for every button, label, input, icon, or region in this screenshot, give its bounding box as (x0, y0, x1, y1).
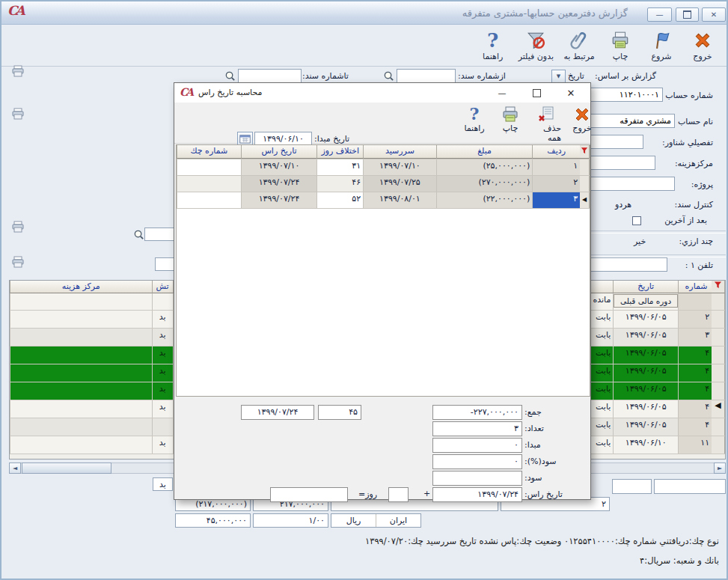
close-icon: ✕ (567, 88, 575, 99)
dialog-maximize-button[interactable] (527, 86, 546, 100)
minimize-icon: — (656, 10, 664, 19)
report-by-dropdown[interactable]: ▼ (551, 70, 566, 83)
maximize-icon (533, 89, 541, 97)
col-due-date[interactable]: سررسید (363, 145, 436, 159)
scroll-right-icon: ► (718, 465, 722, 471)
scroll-right-button[interactable]: ► (714, 463, 726, 474)
scroll-left-button[interactable]: ◄ (9, 463, 21, 474)
col-ras-date[interactable]: تاریخ راس (241, 145, 317, 159)
start-button[interactable]: شروع (642, 26, 681, 63)
no-filter-button[interactable]: بدون فیلتر (515, 26, 557, 63)
ras-table-row[interactable]: ۱۳۹۹/۰۷/۱۰ ۳۱ ۱۳۹۹/۰۷/۱۰ (۲۵,۰۰۰,۰۰۰) ۱ (177, 159, 590, 176)
row-selector[interactable] (580, 176, 590, 192)
pin-icon[interactable] (10, 221, 25, 233)
rate-box: ۱/۰۰ (253, 513, 328, 528)
calendar-icon (239, 134, 251, 144)
col-cost-center[interactable]: مرکز هزینه (10, 281, 152, 293)
row-selector[interactable] (580, 159, 590, 175)
chevron-down-icon: ▼ (557, 73, 560, 79)
project-label: پروژه: (691, 180, 713, 189)
col-date[interactable]: تاریخ (613, 281, 678, 293)
dialog-exit-button[interactable]: خروج (565, 103, 599, 144)
col-tash[interactable]: تش (152, 281, 173, 293)
dialog-print-button[interactable]: چاپ (493, 103, 527, 144)
search-icon[interactable] (133, 229, 144, 242)
from-doc-input[interactable] (397, 69, 456, 83)
ras-date-summary-box: ۱۳۹۹/۰۷/۲۴ (241, 405, 314, 420)
floating-detail-label: تفصیلي شناور: (662, 138, 713, 147)
col-cheque-no[interactable]: شماره چك (177, 145, 241, 159)
interest-box (432, 471, 522, 486)
delete-all-label: حذف همه (531, 123, 561, 143)
close-icon: ✕ (711, 10, 717, 19)
days-input-box[interactable] (388, 487, 409, 502)
amount2-box: ۴۵,۰۰۰,۰۰۰ (175, 513, 251, 528)
doc-control-value: هردو (615, 200, 631, 210)
help-button[interactable]: ? راهنما (474, 26, 513, 63)
origin-value-box[interactable]: ۰ (432, 438, 522, 453)
pin-icon[interactable] (10, 108, 25, 120)
record-arrow-icon[interactable]: ◀ (580, 192, 590, 208)
print-button[interactable]: چاپ (601, 26, 640, 63)
row-selector[interactable] (712, 347, 725, 364)
related-button[interactable]: مرتبط به (560, 26, 599, 63)
record-arrow-icon[interactable]: ◀ (712, 400, 725, 418)
tash-total-box: بد (153, 477, 173, 491)
close-button[interactable]: ✕ (702, 7, 726, 22)
report-by-label: گزارش بر اساس: (595, 71, 656, 81)
minimize-icon: — (498, 88, 507, 98)
totals-box-empty (612, 479, 652, 494)
dialog-toolbar: خروج حذف همه چاپ ? راهنما (174, 103, 590, 144)
origin-label: مبدا: (524, 440, 541, 450)
print-label: چاپ (613, 52, 628, 61)
window-title: گزارش دفترمعین حسابها-مشتری متفرقه (462, 7, 628, 19)
pin-icon[interactable] (10, 65, 25, 77)
ras-header-row: شماره چك تاریخ راس اختلاف روز سررسید مبل… (177, 145, 590, 159)
help-label: راهنما (483, 52, 503, 61)
scrollbar-thumb[interactable] (22, 463, 111, 474)
delete-all-button[interactable]: حذف همه (529, 103, 563, 144)
prev-period-button[interactable]: دوره مالی قبلی (614, 294, 678, 308)
dialog-help-button[interactable]: ? راهنما (457, 103, 492, 144)
dialog-exit-label: خروج (572, 123, 591, 133)
row-selector[interactable] (712, 364, 725, 382)
ras-table: شماره چك تاریخ راس اختلاف روز سررسید مبل… (176, 144, 590, 397)
days-eq-label: روز= (358, 489, 377, 499)
col-row-no[interactable]: ردیف (532, 145, 580, 159)
filter-funnel-icon[interactable] (712, 281, 725, 293)
row-selector[interactable] (712, 311, 725, 328)
ras-table-row-selected[interactable]: ۱۳۹۹/۰۷/۲۴ ۵۲ ۱۳۹۹/۰۸/۰۱ (۲۲,۰۰۰,۰۰۰) ۳ … (177, 192, 590, 209)
dialog-minimize-button[interactable]: — (492, 86, 512, 100)
currency-unit: ریال (331, 514, 376, 527)
count-value-box: ۳ (432, 421, 522, 436)
totals-box-empty (654, 479, 726, 494)
maximize-button[interactable] (676, 7, 699, 22)
ras-table-row[interactable]: ۱۳۹۹/۰۷/۲۴ ۴۶ ۱۳۹۹/۰۷/۲۵ (۲۷۰,۰۰۰,۰۰۰) ۲ (177, 176, 590, 192)
ras-date-dialog: CA محاسبه تاریخ راس — ✕ خروج حذف همه (174, 82, 591, 500)
pin-icon[interactable] (10, 256, 25, 268)
col-number[interactable]: شماره (678, 281, 712, 293)
to-doc-input[interactable] (238, 69, 302, 83)
phone-label: تلفن ۱ : (685, 260, 713, 270)
exit-button[interactable]: خروج (683, 26, 722, 63)
filter-funnel-icon[interactable] (580, 145, 590, 159)
col-amount[interactable]: مبلغ (436, 145, 533, 159)
count-label: تعداد: (524, 424, 544, 433)
row-selector[interactable] (712, 418, 725, 436)
dialog-close-button[interactable]: ✕ (561, 86, 581, 100)
row-selector[interactable] (712, 382, 725, 400)
result-box[interactable] (270, 487, 348, 502)
ras-value-box[interactable]: ۱۳۹۹/۰۷/۲۴ (432, 487, 522, 502)
maximize-icon (683, 10, 691, 19)
main-window: CA گزارش دفترمعین حسابها-مشتری متفرقه — … (0, 0, 728, 580)
row-selector[interactable] (712, 329, 725, 346)
interest-pct-box[interactable]: ۰ (432, 454, 522, 469)
minimize-button[interactable]: — (647, 7, 672, 22)
ras-label: تاریخ راس: (524, 489, 563, 499)
row-selector[interactable] (712, 436, 725, 454)
doc-control-label: کنترل سند: (675, 200, 713, 210)
col-day-diff[interactable]: اختلاف روز (316, 145, 363, 159)
row-selector[interactable] (712, 293, 725, 310)
after-last-checkbox[interactable] (632, 216, 641, 225)
exit-x-icon (573, 104, 591, 123)
